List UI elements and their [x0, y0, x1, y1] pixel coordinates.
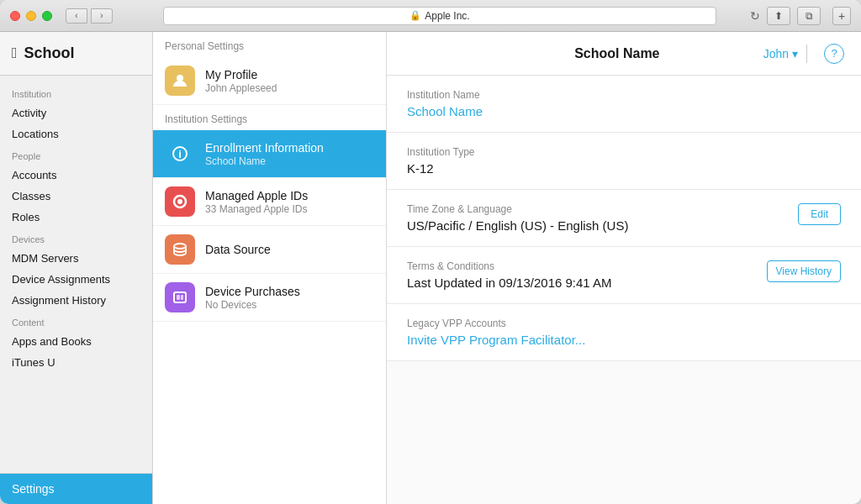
share-button[interactable]: ⬆ [767, 7, 790, 25]
back-button[interactable]: ‹ [66, 8, 87, 24]
invite-vpp-link[interactable]: Invite VPP Program Facilitator... [407, 333, 841, 347]
sidebar-item-roles[interactable]: Roles [0, 207, 152, 228]
new-tab-button[interactable]: + [832, 7, 851, 25]
institution-type-label: Institution Type [407, 146, 841, 158]
svg-text:i: i [178, 148, 182, 160]
institution-name-label: Institution Name [407, 89, 841, 101]
middle-item-managed-apple-ids[interactable]: Managed Apple IDs 33 Managed Apple IDs [153, 178, 386, 226]
content-section-label: Content [0, 311, 152, 331]
apple-logo-icon:  [12, 45, 18, 62]
sidebar-item-assignment-history[interactable]: Assignment History [0, 290, 152, 311]
traffic-lights [10, 11, 52, 21]
user-menu-button[interactable]: John ▾ [763, 47, 798, 60]
sidebar-item-device-assignments[interactable]: Device Assignments [0, 269, 152, 290]
help-button[interactable]: ? [824, 44, 844, 64]
devices-text: Device Purchases No Devices [205, 285, 374, 311]
my-profile-sub: John Appleseed [205, 82, 374, 94]
datasource-text: Data Source [205, 243, 374, 256]
middle-item-data-source[interactable]: Data Source [153, 226, 386, 274]
view-history-button[interactable]: View History [767, 260, 841, 282]
terms-text-group: Terms & Conditions Last Updated in 09/13… [407, 260, 612, 290]
my-profile-title: My Profile [205, 68, 374, 81]
itunes-u-label: iTunes U [12, 356, 55, 369]
institution-name-value[interactable]: School Name [407, 104, 841, 118]
devices-section-label: Devices [0, 228, 152, 248]
device-purchases-icon [165, 282, 195, 312]
personal-settings-label: Personal Settings [153, 32, 386, 57]
roles-label: Roles [12, 211, 40, 223]
institution-section-label: Institution [0, 82, 152, 102]
titlebar: ‹ › 🔒 Apple Inc. ↻ ⬆ ⧉ + [0, 0, 861, 32]
enrollment-icon: i [165, 139, 195, 169]
right-panel: School Name John ▾ ? Institution Name Sc… [387, 32, 861, 504]
terms-label: Terms & Conditions [407, 260, 612, 272]
right-content: Institution Name School Name Institution… [387, 76, 861, 504]
data-source-icon [165, 234, 195, 265]
svg-point-4 [177, 199, 182, 204]
sidebar-item-mdm-servers[interactable]: MDM Servers [0, 248, 152, 269]
people-section-label: People [0, 144, 152, 165]
assignment-history-label: Assignment History [12, 294, 106, 307]
main-layout:  School Institution Activity Locations … [0, 32, 861, 504]
close-button[interactable] [10, 11, 20, 21]
svg-rect-8 [181, 295, 183, 300]
middle-item-enrollment[interactable]: i Enrollment Information School Name [153, 130, 386, 178]
timezone-row: Time Zone & Language US/Pacific / Englis… [407, 203, 841, 233]
svg-rect-7 [177, 295, 180, 300]
sidebar-item-settings[interactable]: Settings [0, 474, 152, 504]
maximize-button[interactable] [42, 11, 52, 21]
sidebar-bottom: Settings [0, 473, 152, 504]
svg-point-0 [177, 75, 183, 81]
minimize-button[interactable] [26, 11, 36, 21]
devices-sub: No Devices [205, 299, 374, 311]
managed-title: Managed Apple IDs [205, 189, 374, 202]
institution-settings-label: Institution Settings [153, 105, 386, 130]
terms-value: Last Updated in 09/13/2016 9:41 AM [407, 276, 612, 290]
sidebar-content: Institution Activity Locations People Ac… [0, 76, 152, 473]
right-header: School Name John ▾ ? [387, 32, 861, 76]
svg-point-5 [174, 244, 186, 249]
edit-button[interactable]: Edit [798, 203, 841, 225]
main-window: ‹ › 🔒 Apple Inc. ↻ ⬆ ⧉ +  School Instit… [0, 0, 861, 504]
legacy-vpp-section: Legacy VPP Accounts Invite VPP Program F… [387, 304, 861, 361]
accounts-label: Accounts [12, 169, 56, 181]
mdm-servers-label: MDM Servers [12, 252, 78, 265]
user-chevron-icon: ▾ [792, 47, 798, 60]
nav-buttons: ‹ › [66, 8, 113, 24]
middle-item-my-profile[interactable]: My Profile John Appleseed [153, 57, 386, 105]
sidebar-item-apps-books[interactable]: Apps and Books [0, 331, 152, 352]
sidebar:  School Institution Activity Locations … [0, 32, 153, 504]
sidebar-item-itunes-u[interactable]: iTunes U [0, 352, 152, 373]
timezone-text-group: Time Zone & Language US/Pacific / Englis… [407, 203, 628, 233]
middle-item-device-purchases[interactable]: Device Purchases No Devices [153, 274, 386, 322]
enrollment-text: Enrollment Information School Name [205, 141, 374, 167]
sidebar-item-activity[interactable]: Activity [0, 102, 152, 123]
windows-button[interactable]: ⧉ [797, 7, 821, 25]
header-divider [806, 45, 807, 63]
sidebar-app-title: School [24, 45, 75, 62]
institution-type-value: K-12 [407, 161, 841, 176]
device-assignments-label: Device Assignments [12, 273, 110, 286]
url-text: Apple Inc. [425, 10, 469, 22]
address-bar[interactable]: 🔒 Apple Inc. [163, 7, 716, 25]
profile-icon [165, 66, 195, 96]
locations-label: Locations [12, 128, 59, 140]
datasource-title: Data Source [205, 243, 374, 256]
institution-name-section: Institution Name School Name [387, 76, 861, 133]
timezone-value: US/Pacific / English (US) - English (US) [407, 218, 628, 233]
lock-icon: 🔒 [409, 10, 421, 21]
header-actions: John ▾ ? [763, 44, 844, 64]
managed-sub: 33 Managed Apple IDs [205, 203, 374, 215]
enrollment-sub: School Name [205, 155, 374, 167]
reload-button[interactable]: ↻ [750, 9, 760, 23]
forward-button[interactable]: › [91, 8, 113, 24]
devices-title: Device Purchases [205, 285, 374, 298]
toolbar-right: ⬆ ⧉ + [767, 7, 851, 25]
sidebar-item-accounts[interactable]: Accounts [0, 165, 152, 186]
timezone-label: Time Zone & Language [407, 203, 628, 215]
user-name: John [763, 47, 789, 60]
my-profile-text: My Profile John Appleseed [205, 68, 374, 94]
sidebar-item-locations[interactable]: Locations [0, 123, 152, 144]
settings-label: Settings [12, 482, 55, 496]
sidebar-item-classes[interactable]: Classes [0, 186, 152, 207]
